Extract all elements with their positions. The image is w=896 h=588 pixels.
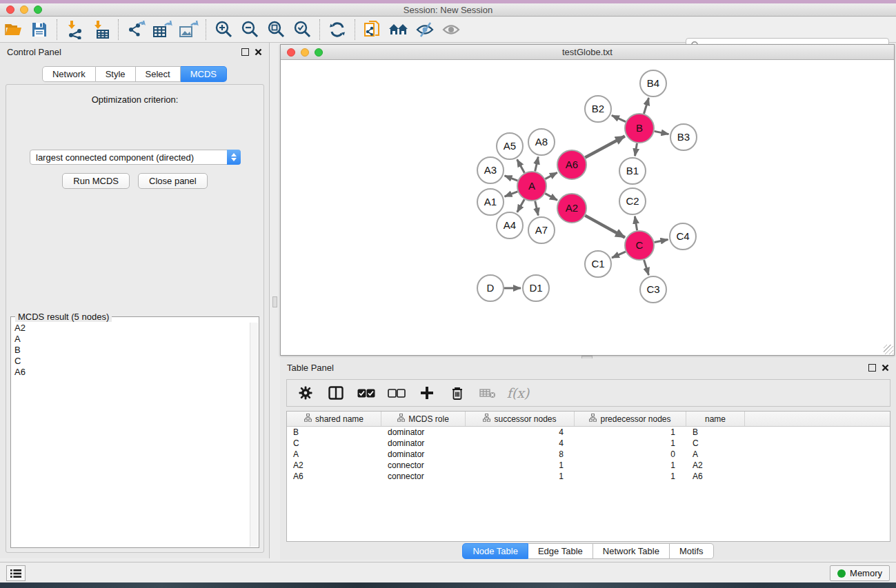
open-session-icon[interactable] <box>0 19 26 41</box>
network-window-titlebar[interactable]: testGlobe.txt <box>281 45 894 60</box>
mcds-result-item[interactable]: A <box>12 334 250 345</box>
close-table-panel-icon[interactable] <box>882 364 889 372</box>
zoom-in-icon[interactable] <box>210 19 237 41</box>
node-B[interactable]: B <box>625 114 654 143</box>
unselect-all-icon[interactable] <box>385 382 408 404</box>
node-D[interactable]: D <box>477 275 504 301</box>
network-from-file-icon[interactable] <box>359 19 386 41</box>
edge-B-B1[interactable] <box>635 143 637 156</box>
mcds-result-item[interactable]: A6 <box>12 367 250 378</box>
mcds-result-item[interactable]: C <box>12 356 250 367</box>
tab-motifs[interactable]: Motifs <box>670 543 714 559</box>
node-A2[interactable]: A2 <box>557 194 586 223</box>
run-mcds-button[interactable]: Run MCDS <box>62 173 130 189</box>
network-canvas[interactable]: B4B2BB3A8A5A6B1A3AA1C2A2A4A7C4CC1C3DD1 <box>281 60 894 355</box>
edge-A-A4[interactable] <box>517 199 524 212</box>
import-network-icon[interactable] <box>61 19 88 41</box>
edge-B-B4[interactable] <box>644 98 648 114</box>
node-B1[interactable]: B1 <box>619 158 646 184</box>
edge-A-A5[interactable] <box>517 159 525 172</box>
node-A7[interactable]: A7 <box>528 217 555 243</box>
export-table-icon[interactable] <box>149 19 175 41</box>
node-A1[interactable]: A1 <box>477 189 504 215</box>
show-column-icon[interactable] <box>324 382 348 404</box>
node-A8[interactable]: A8 <box>528 129 555 155</box>
column-header-mcds-role[interactable]: MCDS role <box>381 412 466 426</box>
table-row[interactable]: Bdominator41B <box>287 427 890 438</box>
column-header-predecessor-nodes[interactable]: predecessor nodes <box>575 412 686 426</box>
table-row[interactable]: A2connector11A2 <box>287 460 890 471</box>
node-D1[interactable]: D1 <box>523 275 549 301</box>
vertical-splitter-handle[interactable] <box>272 296 277 307</box>
node-C4[interactable]: C4 <box>670 223 696 250</box>
close-panel-button[interactable]: Close panel <box>138 173 208 189</box>
node-C3[interactable]: C3 <box>640 276 666 303</box>
edge-A6-B[interactable] <box>585 136 625 157</box>
mcds-result-item[interactable]: B <box>12 345 250 356</box>
table-row[interactable]: A6connector11A6 <box>287 471 890 482</box>
optimization-criterion-select[interactable]: largest connected component (directed) <box>30 150 241 165</box>
edge-A2-C[interactable] <box>585 216 625 238</box>
tab-network[interactable]: Network <box>42 66 96 82</box>
tab-style[interactable]: Style <box>96 66 136 82</box>
close-panel-icon[interactable] <box>255 48 262 56</box>
zoom-fit-icon[interactable] <box>263 19 289 41</box>
column-header-successor-nodes[interactable]: successor nodes <box>466 412 575 426</box>
column-header-name[interactable]: name <box>686 412 745 426</box>
export-network-icon[interactable] <box>123 19 149 41</box>
node-C[interactable]: C <box>625 231 654 260</box>
float-panel-icon[interactable] <box>241 48 249 56</box>
tab-edge-table[interactable]: Edge Table <box>528 543 593 559</box>
home-layout-icon[interactable] <box>386 19 412 41</box>
edge-C-C4[interactable] <box>655 239 668 242</box>
show-details-icon[interactable] <box>438 19 464 41</box>
memory-button[interactable]: Memory <box>830 565 890 581</box>
zoom-out-icon[interactable] <box>237 19 263 41</box>
add-column-icon[interactable] <box>415 382 439 404</box>
edge-C-C2[interactable] <box>635 216 637 231</box>
tab-network-table[interactable]: Network Table <box>593 543 670 559</box>
node-B4[interactable]: B4 <box>640 70 666 97</box>
tab-node-table[interactable]: Node Table <box>462 543 528 559</box>
edge-A-A6[interactable] <box>545 172 557 179</box>
window-resize-grip[interactable] <box>884 345 893 354</box>
select-all-icon[interactable] <box>355 382 378 404</box>
hide-details-icon[interactable] <box>412 19 438 41</box>
tab-mcds[interactable]: MCDS <box>181 66 227 82</box>
node-A3[interactable]: A3 <box>477 157 504 183</box>
table-row[interactable]: Adominator80A <box>287 449 890 460</box>
edge-A-A1[interactable] <box>505 192 518 196</box>
edge-A-A3[interactable] <box>505 176 518 181</box>
edge-C-C3[interactable] <box>644 260 649 275</box>
task-history-button[interactable] <box>6 565 26 581</box>
edge-A-A2[interactable] <box>545 194 557 201</box>
import-table-icon[interactable] <box>88 19 114 41</box>
node-C1[interactable]: C1 <box>585 251 611 277</box>
node-B3[interactable]: B3 <box>670 124 697 150</box>
export-image-icon[interactable] <box>175 19 201 41</box>
table-row[interactable]: Cdominator41C <box>287 438 890 449</box>
mcds-result-item[interactable]: A2 <box>12 323 250 334</box>
node-A4[interactable]: A4 <box>497 212 523 239</box>
edge-A-A7[interactable] <box>535 201 539 215</box>
node-C2[interactable]: C2 <box>619 188 646 214</box>
float-table-panel-icon[interactable] <box>868 364 876 372</box>
tab-select[interactable]: Select <box>136 66 181 82</box>
delete-column-icon[interactable] <box>446 382 469 404</box>
zoom-selected-icon[interactable] <box>289 19 315 41</box>
table-header-row: shared nameMCDS rolesuccessor nodesprede… <box>287 412 890 427</box>
node-B2[interactable]: B2 <box>585 96 611 122</box>
edge-A-A8[interactable] <box>535 156 539 171</box>
column-header-shared-name[interactable]: shared name <box>287 412 381 426</box>
node-A[interactable]: A <box>517 172 546 201</box>
refresh-icon[interactable] <box>324 19 350 41</box>
node-A6[interactable]: A6 <box>557 150 586 179</box>
edge-B-B2[interactable] <box>612 115 626 121</box>
edge-B-B3[interactable] <box>655 131 669 134</box>
edge-C-C1[interactable] <box>612 252 626 258</box>
result-list-scrollbar[interactable] <box>250 323 258 547</box>
settings-gear-icon[interactable] <box>294 382 317 404</box>
table-cell: 1 <box>466 472 575 481</box>
save-session-icon[interactable] <box>26 19 52 41</box>
node-A5[interactable]: A5 <box>497 133 523 159</box>
